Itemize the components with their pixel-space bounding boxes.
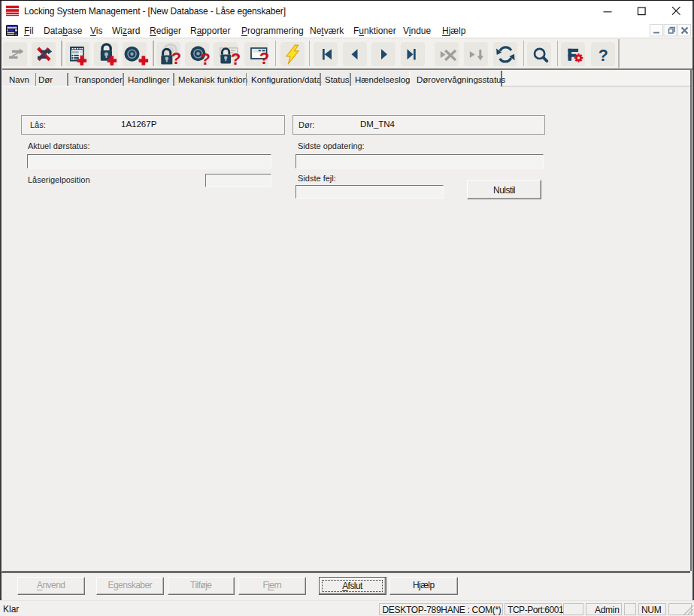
- svg-text:?: ?: [200, 49, 210, 68]
- svg-text:?: ?: [259, 48, 269, 67]
- svg-text:?: ?: [171, 48, 181, 67]
- svg-text:?: ?: [231, 49, 241, 68]
- svg-text:?: ?: [598, 46, 608, 64]
